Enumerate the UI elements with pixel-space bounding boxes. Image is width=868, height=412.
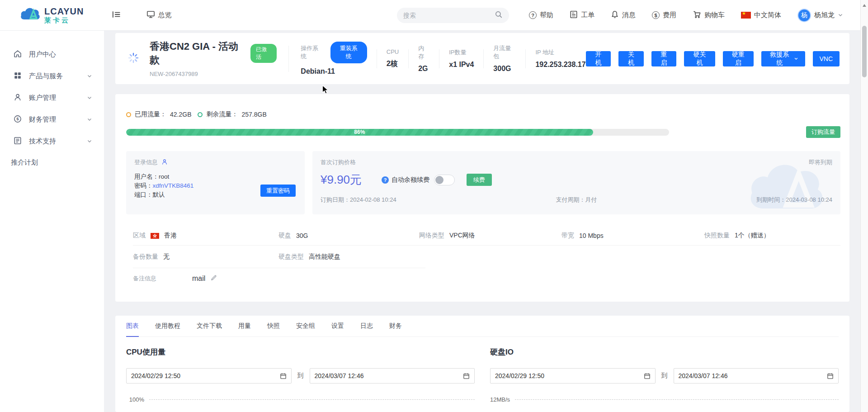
order-date-label: 订购日期： (321, 196, 350, 203)
hongkong-flag-icon (151, 233, 159, 239)
divider (483, 49, 484, 68)
scrollbar-up-arrow[interactable] (863, 2, 866, 7)
page-scrollbar[interactable] (860, 0, 868, 412)
disk-date-from-input[interactable]: 2024/02/29 12:50 (490, 368, 656, 384)
tab-snapshots[interactable]: 快照 (267, 322, 280, 336)
date-to-value: 2024/03/07 12:46 (315, 372, 364, 379)
reboot-button[interactable]: 重启 (651, 51, 677, 66)
order-traffic-button[interactable]: 订购流量 (806, 126, 840, 138)
chevron-down-icon (838, 11, 843, 19)
detail-label: 备份数量 (133, 253, 158, 261)
detail-bandwidth: 带宽 10 Mbps (561, 232, 704, 240)
hard-shutdown-button[interactable]: 硬关机 (684, 51, 715, 66)
dollar-icon: $ (652, 11, 660, 19)
tab-downloads[interactable]: 文件下载 (197, 322, 222, 336)
chevron-down-icon (794, 56, 798, 61)
sidebar-item-referral[interactable]: 推介计划 (0, 158, 104, 167)
user-name: 杨旭龙 (814, 11, 835, 19)
os-label: 操作系统 (301, 44, 323, 61)
help-icon: ? (529, 11, 537, 19)
disk-date-to-input[interactable]: 2024/03/07 12:46 (674, 368, 839, 384)
password-value[interactable]: xdfnVTKB8461 (153, 182, 194, 189)
tab-billing[interactable]: 财务 (389, 322, 402, 336)
reset-password-button[interactable]: 重置密码 (260, 185, 296, 197)
divider (408, 49, 409, 68)
spec-value: x1 IPv4 (449, 61, 474, 69)
sidebar-item-user-center[interactable]: 用户中心 (0, 43, 104, 65)
reinstall-os-button[interactable]: 重装系统 (330, 42, 367, 63)
renew-button[interactable]: 续费 (467, 174, 492, 186)
first-price-label: 首次订购价格 (321, 158, 356, 166)
tab-logs[interactable]: 日志 (360, 322, 373, 336)
used-traffic-value: 42.2GB (170, 111, 191, 118)
username-value: root (159, 173, 169, 180)
login-info-title: 登录信息 (134, 158, 158, 166)
detail-value: 30G (296, 232, 308, 239)
cpu-date-to-input[interactable]: 2024/03/07 12:46 (310, 368, 475, 384)
billing-panel: 首次订购价格 即将到期 ¥9.90元 ? 自动余额续费 续费 订购日期：2024… (312, 151, 840, 214)
cpu-date-from-input[interactable]: 2024/02/29 12:50 (126, 368, 292, 384)
server-info-card: 已用流量： 42.2GB 剩余流量： 257.8GB 86% 订购流量 登录信息 (115, 94, 849, 302)
sidebar-item-account[interactable]: 账户管理 (0, 87, 104, 109)
nav-ticket-label: 工单 (581, 11, 594, 19)
traffic-legend: 已用流量： 42.2GB 剩余流量： 257.8GB (126, 110, 840, 118)
spec-label: CPU (387, 48, 399, 55)
question-circle-icon[interactable]: ? (382, 176, 389, 184)
detail-label: 硬盘 (278, 232, 291, 240)
language-selector[interactable]: ★ 中文简体 (741, 11, 781, 19)
rescue-system-button[interactable]: 救援系统 (761, 51, 805, 66)
username-label: 用户名： (134, 173, 159, 180)
avatar: 杨 (797, 9, 811, 22)
sidebar-item-label: 产品与服务 (29, 72, 63, 81)
disk-io-chart-section: 硬盘IO 2024/02/29 12:50 到 2024/03/07 12:46… (490, 347, 839, 403)
bell-icon (611, 10, 619, 20)
sidebar-item-support[interactable]: 技术支持 (0, 130, 104, 152)
date-to-value: 2024/03/07 12:46 (679, 372, 728, 379)
china-flag-icon: ★ (741, 12, 751, 19)
tabs-card: 图表 使用教程 文件下载 用量 快照 安全组 设置 日志 财务 CPU使用量 2… (115, 316, 849, 412)
cloud-logo-icon (20, 7, 41, 24)
server-details: 区域 香港 硬盘 30G 网络类型 VPC网络 带宽 10 Mbps (126, 226, 840, 289)
sidebar: 用户中心 产品与服务 账户管理 $ 财务管理 技术支持 推介计划 (0, 31, 104, 412)
search-icon[interactable] (495, 10, 503, 20)
nav-overview[interactable]: 总览 (146, 10, 172, 20)
power-on-button[interactable]: 开机 (586, 51, 611, 66)
shutdown-button[interactable]: 关机 (618, 51, 644, 66)
search-input[interactable] (403, 12, 495, 19)
auto-renew-label: 自动余额续费 (392, 176, 429, 184)
sidebar-item-products[interactable]: 产品与服务 (0, 65, 104, 87)
edit-pencil-icon[interactable] (211, 275, 217, 283)
note-value: mail (192, 275, 205, 283)
tab-charts[interactable]: 图表 (126, 322, 139, 337)
cpu-chart-title: CPU使用量 (126, 347, 475, 357)
brand-logo[interactable]: LCAYUN 莱卡云 (20, 7, 84, 24)
user-menu[interactable]: 杨 杨旭龙 (797, 9, 843, 22)
document-icon (14, 137, 22, 146)
detail-value: 10 Mbps (579, 232, 604, 239)
nav-cost-label: 费用 (663, 11, 676, 19)
tab-settings[interactable]: 设置 (331, 322, 344, 336)
used-traffic-dot-icon (126, 112, 131, 117)
spec-memory: 内存 2G (418, 44, 429, 73)
used-traffic-label: 已用流量： (135, 110, 166, 118)
top-navbar: LCAYUN 莱卡云 总览 ? 帮助 工单 (0, 0, 860, 31)
nav-message[interactable]: 消息 (611, 10, 636, 20)
vnc-button[interactable]: VNC (813, 51, 840, 66)
nav-help[interactable]: ? 帮助 (529, 11, 553, 19)
nav-cost[interactable]: $ 费用 (652, 11, 676, 19)
expire-time: 到期时间：2024-03-08 10:24 (756, 196, 832, 204)
hard-reboot-button[interactable]: 硬重启 (723, 51, 754, 66)
grid-icon (14, 71, 22, 81)
disk-chart-top-gridline: 12MB/s (490, 396, 839, 403)
tab-security-group[interactable]: 安全组 (296, 322, 315, 336)
search-box[interactable] (397, 8, 509, 23)
auto-renew-toggle[interactable] (434, 175, 455, 185)
nav-ticket[interactable]: 工单 (570, 10, 594, 20)
tab-tutorials[interactable]: 使用教程 (155, 322, 180, 336)
sidebar-collapse-icon[interactable] (111, 9, 121, 21)
sidebar-item-finance[interactable]: $ 财务管理 (0, 109, 104, 130)
tab-usage[interactable]: 用量 (238, 322, 251, 336)
spec-label: 内存 (418, 44, 429, 61)
nav-cart[interactable]: 购物车 (693, 10, 725, 20)
scrollbar-thumb[interactable] (862, 26, 867, 77)
